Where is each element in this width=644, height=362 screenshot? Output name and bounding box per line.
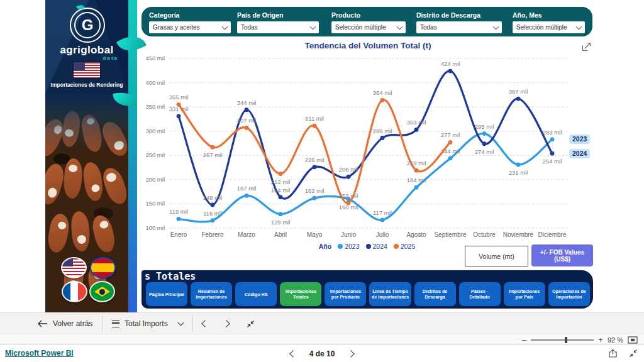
nav-button-codigo-hs[interactable]: Código HS xyxy=(235,282,277,306)
back-button[interactable]: Volver atrás xyxy=(53,313,92,334)
data-point-2025[interactable] xyxy=(380,98,385,102)
back-arrow-icon[interactable] xyxy=(38,313,48,334)
data-label: 119 mil xyxy=(169,208,188,215)
zoom-in-button[interactable]: + xyxy=(598,335,603,344)
fit-to-page-icon[interactable] xyxy=(628,336,638,344)
filter-dropdown-ano-mes[interactable]: Selección múltiple xyxy=(513,21,585,33)
data-point-2024[interactable] xyxy=(211,203,215,207)
data-label: 303 mil xyxy=(407,119,426,126)
x-axis-tick: Febrero xyxy=(201,231,223,238)
pager-previous-chevron[interactable] xyxy=(289,350,296,357)
filter-dropdown-categoria[interactable]: Grasas y aceites xyxy=(149,21,231,33)
nav-button-pagina-principal[interactable]: Página Principal xyxy=(146,282,187,306)
spain-flag-icon xyxy=(90,257,116,278)
data-point-2025[interactable] xyxy=(448,140,453,145)
nav-button-distritos-descarga[interactable]: Distritos de Descarga xyxy=(414,282,456,306)
filter-dropdown-distrito[interactable]: Todas xyxy=(416,21,502,33)
previous-page-chevron[interactable] xyxy=(203,313,208,334)
next-page-chevron[interactable] xyxy=(224,313,229,334)
data-point-2024[interactable] xyxy=(516,97,521,101)
legend-item-2025[interactable]: 2025 xyxy=(394,243,415,250)
nav-button-paises-detallado[interactable]: Países - Detallado xyxy=(459,282,501,306)
data-point-2023[interactable] xyxy=(550,137,555,141)
data-point-2024[interactable] xyxy=(414,128,419,132)
data-point-2025[interactable] xyxy=(211,145,215,150)
zoom-slider-thumb[interactable] xyxy=(565,337,567,343)
page-selector[interactable]: Total Imports xyxy=(125,313,168,334)
cow-shape xyxy=(82,161,104,202)
x-axis-tick: Enero xyxy=(170,231,187,238)
nav-buttons-row: Página Principal Resumen de Importacione… xyxy=(146,282,590,306)
legend-dot-icon xyxy=(394,244,399,249)
data-point-2024[interactable] xyxy=(448,69,453,74)
cow-shape xyxy=(100,165,128,207)
data-point-2023[interactable] xyxy=(313,196,317,200)
nav-button-resumen-importaciones[interactable]: Resumen de Importaciones xyxy=(191,282,232,306)
collapse-icon[interactable] xyxy=(247,313,255,334)
data-point-2025[interactable] xyxy=(279,172,283,176)
share-icon[interactable] xyxy=(608,349,618,358)
usa-flag-icon xyxy=(61,257,87,278)
page-list-icon xyxy=(112,313,119,334)
data-point-2024[interactable] xyxy=(313,165,317,169)
fob-values-button[interactable]: +/- FOB Values (US$) xyxy=(531,244,593,266)
nav-button-importaciones-por-producto[interactable]: Importaciones por Producto xyxy=(325,282,366,306)
powerbi-action-bar: Volver atrás Total Imports xyxy=(0,312,644,334)
data-label: 267 mil xyxy=(203,151,223,158)
data-point-2023[interactable] xyxy=(516,163,521,167)
popout-icon[interactable] xyxy=(582,42,591,52)
filter-dropdown-pais-origen[interactable]: Todas xyxy=(237,21,319,33)
series-end-label-2023: 2023 xyxy=(569,134,590,144)
data-point-2025[interactable] xyxy=(347,200,351,205)
nav-button-linea-de-tiempo[interactable]: Línea de Tiempo de Importaciones xyxy=(369,282,411,306)
x-axis-tick: Diciembre xyxy=(538,231,566,238)
nav-button-operaciones-importacion[interactable]: Operaciones de Importación xyxy=(548,282,590,306)
x-axis-tick: Junio xyxy=(341,231,356,238)
data-label: 116 mil xyxy=(203,210,222,217)
data-point-2023[interactable] xyxy=(448,156,453,161)
data-point-2024[interactable] xyxy=(245,107,249,112)
data-point-2024[interactable] xyxy=(279,195,283,199)
cow-shape xyxy=(70,211,91,252)
data-label: 152 mil xyxy=(339,192,358,199)
page-selector-chevron-icon[interactable] xyxy=(179,313,183,334)
nav-button-importaciones-por-pais[interactable]: Importaciones por País xyxy=(504,282,545,306)
legend-item-2024[interactable]: 2024 xyxy=(366,243,387,250)
data-point-2025[interactable] xyxy=(245,126,249,130)
y-axis-tick: 450 mil xyxy=(145,55,165,62)
data-point-2024[interactable] xyxy=(380,136,385,140)
page-pager: 4 de 10 xyxy=(0,345,644,362)
data-label: 367 mil xyxy=(509,88,528,95)
data-point-2024[interactable] xyxy=(177,114,181,118)
zoom-out-button[interactable]: – xyxy=(522,335,526,344)
data-point-2023[interactable] xyxy=(245,194,249,198)
data-point-2023[interactable] xyxy=(279,212,283,216)
data-point-2023[interactable] xyxy=(211,218,215,222)
legend-item-2023[interactable]: 2023 xyxy=(338,243,359,250)
filter-label-categoria: Categoría xyxy=(149,11,231,19)
data-point-2024[interactable] xyxy=(347,175,351,179)
pager-next-chevron[interactable] xyxy=(348,350,355,357)
chart-line-2023 xyxy=(179,133,552,221)
filter-bar: Categoría Grasas y aceites País de Orige… xyxy=(142,7,592,36)
volume-toggle-button[interactable]: Volume (mt) xyxy=(465,246,528,266)
zoom-bar: – + 92 % xyxy=(0,334,644,344)
data-label: 117 mil xyxy=(373,209,392,216)
data-point-2023[interactable] xyxy=(482,131,487,136)
x-axis-tick: Agosto xyxy=(406,231,426,238)
data-point-2025[interactable] xyxy=(414,168,419,173)
data-point-2025[interactable] xyxy=(177,102,181,107)
filter-dropdown-producto[interactable]: Selección múltiple xyxy=(331,21,406,33)
zoom-level: 92 % xyxy=(608,336,623,344)
data-point-2023[interactable] xyxy=(177,217,181,221)
data-point-2024[interactable] xyxy=(550,151,555,156)
zoom-slider[interactable] xyxy=(531,339,594,341)
data-point-2023[interactable] xyxy=(414,185,419,190)
x-axis-tick: Marzo xyxy=(238,231,255,238)
fullscreen-icon[interactable] xyxy=(629,349,638,358)
data-point-2025[interactable] xyxy=(313,124,317,128)
nav-button-importaciones-totales[interactable]: Importaciones Totales xyxy=(280,282,321,306)
filter-label-distrito: Distrito de Descarga xyxy=(416,11,502,19)
data-point-2024[interactable] xyxy=(482,141,487,146)
data-point-2023[interactable] xyxy=(380,217,385,222)
